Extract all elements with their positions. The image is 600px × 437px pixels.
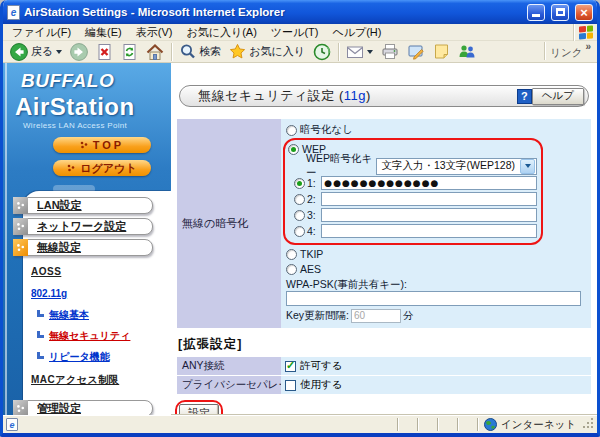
wep-key-row-1: 1: xyxy=(294,175,537,191)
privacy-separator-checkbox[interactable] xyxy=(285,380,296,391)
title-bar[interactable]: e AirStation Settings - Microsoft Intern… xyxy=(3,0,597,24)
logout-button[interactable]: ログアウト xyxy=(53,160,151,176)
radio-encryption-none[interactable] xyxy=(286,125,297,136)
option-none-row: 暗号化なし xyxy=(286,123,587,137)
refresh-button[interactable] xyxy=(118,42,141,62)
buffalo-logo: BUFFALO xyxy=(21,70,171,92)
links-label[interactable]: リンク xyxy=(550,46,582,60)
chevron-more-icon[interactable]: » xyxy=(585,42,591,52)
page-status-icon: e xyxy=(6,418,18,431)
status-cell xyxy=(457,418,477,431)
back-button[interactable]: 戻る xyxy=(7,42,65,62)
back-dropdown-icon[interactable] xyxy=(56,50,62,54)
wep-key-1-label: 1: xyxy=(307,177,319,189)
question-icon[interactable]: ? xyxy=(517,89,532,104)
menu-dots-icon xyxy=(13,400,28,415)
branch-icon xyxy=(37,310,44,317)
radio-encryption-aes[interactable] xyxy=(286,264,297,275)
resize-grip[interactable] xyxy=(583,418,597,432)
wep-key-row-2: 2: xyxy=(294,191,537,207)
link-aoss[interactable]: AOSS xyxy=(31,266,61,277)
sidebar-item-lan[interactable]: LAN設定 xyxy=(13,197,153,214)
key-interval-row: Key更新間隔: 分 xyxy=(286,307,587,324)
messenger-button[interactable] xyxy=(455,42,479,62)
chevron-down-icon xyxy=(525,164,531,168)
menu-tools[interactable]: ツール(T) xyxy=(264,24,326,41)
wpa-psk-input[interactable] xyxy=(286,291,581,306)
wep-key-row-4: 4: xyxy=(294,223,537,239)
wep-key-3-input[interactable] xyxy=(321,208,537,222)
menu-favorites[interactable]: お気に入り(A) xyxy=(179,24,263,41)
mail-dropdown-icon[interactable] xyxy=(367,50,373,54)
sidebar-item-label: ネットワーク設定 xyxy=(28,219,152,234)
wep-key-type-select[interactable]: 文字入力・13文字(WEP128) xyxy=(376,158,537,175)
sidebar-item-network[interactable]: ネットワーク設定 xyxy=(13,218,153,235)
link-wireless-security[interactable]: 無線セキュリティ xyxy=(37,329,153,343)
windows-flag-icon xyxy=(579,25,593,39)
key-interval-unit: 分 xyxy=(403,309,414,323)
status-bar: e インターネット xyxy=(3,415,597,433)
notes-icon xyxy=(433,43,450,60)
menu-view[interactable]: 表示(V) xyxy=(129,24,180,41)
search-button[interactable]: 検索 xyxy=(176,42,224,62)
wep-key-row-3: 3: xyxy=(294,207,537,223)
link-mac-restrict[interactable]: MACアクセス制限 xyxy=(31,373,119,387)
menu-edit[interactable]: 編集(E) xyxy=(78,24,129,41)
dots-icon xyxy=(67,164,75,172)
page-header: 無線セキュリティ設定 (11g) ? ヘルプ xyxy=(179,85,589,107)
key-interval-input[interactable] xyxy=(351,309,401,323)
wep-key-type-row: WEP暗号化キー 文字入力・13文字(WEP128) xyxy=(306,157,537,175)
wep-key-4-label: 4: xyxy=(307,225,319,237)
sidebar-item-wireless[interactable]: 無線設定 xyxy=(13,239,153,256)
maximize-button[interactable] xyxy=(551,4,569,21)
wep-key-4-input[interactable] xyxy=(321,224,537,238)
window-title: AirStation Settings - Microsoft Internet… xyxy=(24,6,521,18)
sidebar-menu: LAN設定 ネットワーク設定 無線設定 AOSS 802.11g xyxy=(13,197,153,415)
help-button[interactable]: ヘルプ xyxy=(532,88,584,105)
wep-key-2-input[interactable] xyxy=(321,192,537,206)
status-main: e xyxy=(3,418,397,431)
status-cell xyxy=(437,418,457,431)
sidebar-item-label: 無線設定 xyxy=(28,240,152,255)
wep-key-1-input[interactable] xyxy=(321,176,537,190)
history-button[interactable] xyxy=(310,42,334,62)
help-box: ? ヘルプ xyxy=(517,88,584,105)
links-band: リンク » xyxy=(542,42,593,62)
menu-file[interactable]: ファイル(F) xyxy=(5,24,78,41)
link-repeater[interactable]: リピータ機能 xyxy=(37,350,153,364)
top-label: TOP xyxy=(93,139,124,151)
any-connection-checkbox[interactable] xyxy=(285,361,296,372)
extended-settings-table: ANY接続 許可する プライバシーセパレータ 使用する xyxy=(177,357,591,394)
print-button[interactable] xyxy=(378,42,402,62)
radio-wep-key-2[interactable] xyxy=(294,194,305,205)
dropdown-button[interactable] xyxy=(520,159,535,174)
content-area: BUFFALO AirStation Wireless LAN Access P… xyxy=(3,63,597,415)
close-button[interactable]: × xyxy=(575,4,593,21)
minimize-button[interactable] xyxy=(527,4,545,21)
radio-wep-key-1[interactable] xyxy=(294,178,305,189)
stop-button[interactable] xyxy=(93,42,116,62)
security-zone: インターネット xyxy=(477,418,583,431)
tagline: Wireless LAN Access Point xyxy=(23,121,171,130)
notes-button[interactable] xyxy=(430,42,453,62)
menu-dots-icon xyxy=(13,197,28,214)
radio-encryption-tkip[interactable] xyxy=(286,249,297,260)
link-wireless-basic[interactable]: 無線基本 xyxy=(37,308,153,322)
home-button[interactable] xyxy=(143,42,167,62)
link-80211g[interactable]: 802.11g xyxy=(31,288,67,299)
menu-help[interactable]: ヘルプ(H) xyxy=(325,24,388,41)
sidebar-item-admin[interactable]: 管理設定 xyxy=(13,400,153,415)
wep-key-type-value: 文字入力・13文字(WEP128) xyxy=(377,159,519,173)
mail-button[interactable] xyxy=(343,42,376,62)
airstation-logo: AirStation xyxy=(15,93,171,121)
edit-button[interactable] xyxy=(404,42,428,62)
radio-wep-key-4[interactable] xyxy=(294,226,305,237)
radio-wep-key-3[interactable] xyxy=(294,210,305,221)
radio-encryption-wep[interactable] xyxy=(288,144,299,155)
top-button[interactable]: TOP xyxy=(53,137,151,153)
logout-label: ログアウト xyxy=(80,161,136,176)
option-tkip-row: TKIP xyxy=(286,247,587,261)
favorites-button[interactable]: お気に入り xyxy=(226,42,308,62)
branch-icon xyxy=(37,331,44,338)
forward-button[interactable] xyxy=(67,42,91,62)
